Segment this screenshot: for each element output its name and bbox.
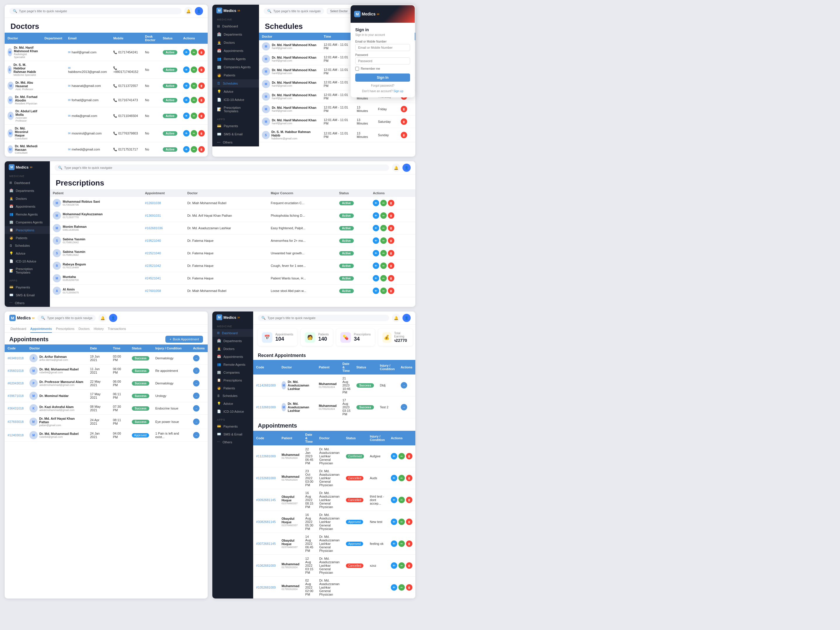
appointment-link[interactable]: #24521041	[145, 276, 161, 280]
sidebar-item-patients[interactable]: 🧑 Patients	[212, 384, 253, 392]
sidebar-item-sms-email[interactable]: ✉️SMS & Email	[212, 130, 259, 138]
code-link[interactable]: #39671018	[8, 394, 24, 398]
view-button[interactable]: →	[193, 380, 199, 387]
edit-button[interactable]: ✏	[191, 112, 197, 119]
delete-button[interactable]: 🗑	[198, 66, 205, 73]
sidebar-item-prescription-templates[interactable]: 📝 Prescription Templates	[5, 265, 50, 276]
signin-register-link[interactable]: Sign up	[393, 90, 403, 93]
view-button[interactable]: 👁	[391, 519, 397, 525]
view-button[interactable]: 👁	[373, 287, 379, 294]
edit-button[interactable]: ✏	[398, 497, 405, 503]
view-button[interactable]: 👁	[391, 584, 397, 591]
tab-appointments[interactable]: Appointments	[30, 325, 52, 333]
view-button[interactable]: →	[193, 432, 199, 438]
edit-button[interactable]: ✏	[191, 49, 197, 55]
sidebar-item-schedules[interactable]: 🗓 Schedules	[212, 392, 253, 399]
user-avatar[interactable]: 👤	[403, 164, 411, 172]
view-button[interactable]: 👁	[183, 97, 189, 103]
schedules-search[interactable]: 🔍	[264, 8, 324, 14]
delete-button[interactable]: 🗑	[406, 540, 412, 547]
view-button[interactable]: 👁	[183, 146, 189, 153]
code-link[interactable]: #3092681145	[256, 498, 276, 502]
edit-button[interactable]: ✏	[398, 453, 405, 459]
delete-button[interactable]: 🗑	[388, 237, 394, 244]
sidebar-item-payments[interactable]: 💳 Payments	[5, 283, 50, 291]
sidebar-item-remote-agents[interactable]: 👥 Remote Agents	[5, 210, 50, 218]
appt-left-search[interactable]: 🔍	[37, 315, 96, 321]
sidebar-item-sms-email[interactable]: ✉️ SMS & Email	[212, 430, 253, 438]
tab-dashboard[interactable]: Dashboard	[11, 325, 26, 333]
sidebar-item-doctors[interactable]: 👨‍⚕️ Doctors	[5, 194, 50, 202]
sidebar-item-payments[interactable]: 💳 Payments	[212, 422, 253, 430]
sidebar-item-departments[interactable]: 🏥 Departments	[212, 337, 253, 345]
sidebar-item-companies[interactable]: 🏢Companies Agents	[212, 63, 259, 71]
appointment-link[interactable]: #22521040	[145, 251, 161, 255]
select-doctor-btn[interactable]: Select Doctor	[327, 8, 351, 14]
view-button[interactable]: 👁	[391, 475, 397, 481]
delete-button[interactable]: 🗑	[388, 212, 394, 219]
appointment-link[interactable]: #162681036	[145, 226, 163, 230]
delete-button[interactable]: 🗑	[198, 82, 205, 89]
delete-button[interactable]: 🗑	[401, 132, 407, 138]
code-link[interactable]: #36431018	[8, 407, 24, 410]
delete-button[interactable]: 🗑	[198, 112, 205, 119]
prescriptions-search[interactable]: 🔍	[55, 164, 389, 171]
tab-transactions[interactable]: Transactions	[108, 325, 126, 333]
appointment-link[interactable]: #12601038	[145, 201, 161, 205]
search-input[interactable]	[19, 9, 178, 13]
sidebar-item-schedules[interactable]: 🗓Schedules	[212, 79, 259, 87]
edit-button[interactable]: ✏	[381, 225, 387, 231]
sidebar-item-remote-agents[interactable]: 👥 Remote Agents	[212, 360, 253, 368]
remember-checkbox[interactable]	[355, 67, 359, 71]
code-link[interactable]: #63491018	[8, 357, 24, 360]
sidebar-item-advice[interactable]: 💡Advice	[212, 87, 259, 96]
edit-button[interactable]: ✏	[381, 262, 387, 269]
search-input[interactable]	[273, 9, 321, 13]
delete-button[interactable]: 🗑	[406, 475, 412, 481]
sidebar-item-appointments[interactable]: 📅 Appointments	[212, 353, 253, 360]
delete-button[interactable]: 🗑	[198, 146, 205, 153]
email-input[interactable]	[355, 44, 410, 51]
sidebar-item-advice[interactable]: 💡 Advice	[212, 399, 253, 407]
sidebar-item-appointments[interactable]: 📅 Appointments	[5, 202, 50, 210]
view-button[interactable]: 👁	[391, 497, 397, 503]
delete-button[interactable]: 🗑	[388, 225, 394, 231]
notification-bell-icon[interactable]: 🔔	[184, 7, 193, 15]
delete-button[interactable]: 🗑	[406, 519, 412, 525]
sidebar-item-patients[interactable]: 🧑Patients	[212, 71, 259, 79]
code-link[interactable]: #1142681000	[256, 384, 276, 387]
delete-button[interactable]: 🗑	[198, 130, 205, 136]
view-button[interactable]: →	[193, 355, 199, 362]
view-button[interactable]: 👁	[373, 275, 379, 281]
sidebar-item-dashboard[interactable]: ⊞Dashboard	[212, 22, 259, 30]
view-button[interactable]: 👁	[373, 225, 379, 231]
view-button[interactable]: 👁	[373, 237, 379, 244]
code-link[interactable]: #3072681145	[256, 542, 276, 545]
edit-button[interactable]: ✏	[191, 146, 197, 153]
delete-button[interactable]: 🗑	[406, 562, 412, 569]
view-button[interactable]: 👁	[183, 82, 189, 89]
edit-button[interactable]: ✏	[398, 540, 405, 547]
view-button[interactable]: 👁	[373, 200, 379, 206]
code-link[interactable]: #3082681145	[256, 520, 276, 524]
delete-button[interactable]: 🗑	[198, 97, 205, 103]
user-avatar[interactable]: 👤	[403, 314, 411, 322]
code-link[interactable]: #1132681000	[256, 406, 276, 409]
sidebar-item-icd10[interactable]: 📄 ICD-10 Advice	[212, 407, 253, 415]
code-link[interactable]: #27693018	[8, 420, 24, 423]
tab-prescriptions[interactable]: Prescriptions	[56, 325, 75, 333]
code-link[interactable]: #1062681000	[256, 564, 276, 567]
sidebar-item-doctors[interactable]: 👨‍⚕️ Doctors	[212, 345, 253, 353]
view-button[interactable]: →	[193, 393, 199, 399]
edit-button[interactable]: ✏	[381, 275, 387, 281]
view-button[interactable]: →	[401, 382, 407, 388]
edit-button[interactable]: ✏	[191, 66, 197, 73]
view-button[interactable]: 👁	[373, 212, 379, 219]
tab-history[interactable]: History	[94, 325, 104, 333]
edit-button[interactable]: ✏	[191, 97, 197, 103]
edit-button[interactable]: ✏	[191, 130, 197, 136]
edit-button[interactable]: ✏	[381, 237, 387, 244]
delete-button[interactable]: 🗑	[406, 584, 412, 591]
view-button[interactable]: 👁	[391, 562, 397, 569]
view-button[interactable]: 👁	[183, 49, 189, 55]
